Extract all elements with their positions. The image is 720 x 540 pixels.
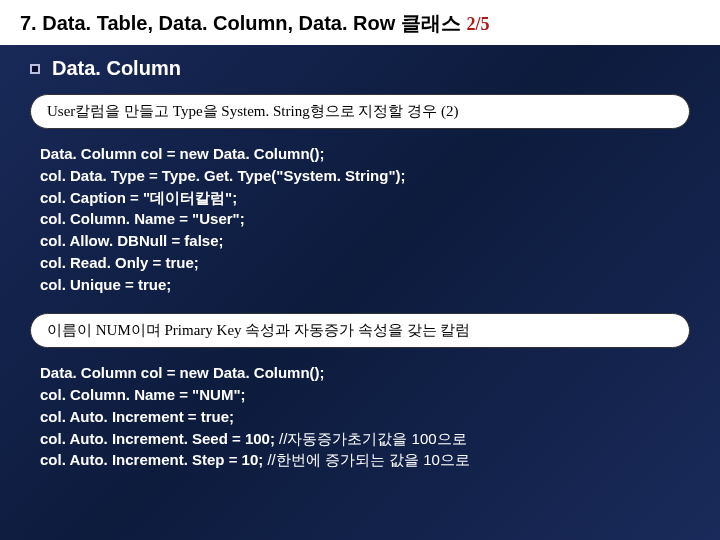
code-block-1: Data. Column col = new Data. Column(); c… bbox=[0, 139, 720, 309]
code-line: col. Data. Type = Type. Get. Type("Syste… bbox=[40, 165, 720, 187]
code-line: col. Allow. DBNull = false; bbox=[40, 230, 720, 252]
slide-header: 7. Data. Table, Data. Column, Data. Row … bbox=[0, 0, 720, 45]
code-line: col. Read. Only = true; bbox=[40, 252, 720, 274]
subtitle-row: Data. Column bbox=[0, 45, 720, 90]
code-line: col. Auto. Increment = true; bbox=[40, 406, 720, 428]
bullet-icon bbox=[30, 64, 40, 74]
description-box-1: User칼럼을 만들고 Type을 System. String형으로 지정할 … bbox=[30, 94, 690, 129]
code-text: col. Auto. Increment. Step = 10; bbox=[40, 451, 267, 468]
description-text-2: 이름이 NUM이며 Primary Key 속성과 자동증가 속성을 갖는 칼럼 bbox=[47, 322, 470, 338]
code-line: Data. Column col = new Data. Column(); bbox=[40, 362, 720, 384]
description-text-1: User칼럼을 만들고 Type을 System. String형으로 지정할 … bbox=[47, 103, 458, 119]
code-text: col. Auto. Increment. Seed = 100; bbox=[40, 430, 279, 447]
code-line: col. Auto. Increment. Seed = 100; //자동증가… bbox=[40, 428, 720, 450]
code-line: col. Column. Name = "NUM"; bbox=[40, 384, 720, 406]
code-line: col. Unique = true; bbox=[40, 274, 720, 296]
code-line: col. Column. Name = "User"; bbox=[40, 208, 720, 230]
code-comment: //자동증가초기값을 100으로 bbox=[279, 430, 467, 447]
code-line: col. Caption = "데이터칼럼"; bbox=[40, 187, 720, 209]
code-line: col. Auto. Increment. Step = 10; //한번에 증… bbox=[40, 449, 720, 471]
title-text: 7. Data. Table, Data. Column, Data. Row … bbox=[20, 12, 466, 34]
page-indicator: 2/5 bbox=[466, 14, 489, 34]
code-comment: //한번에 증가되는 값을 10으로 bbox=[267, 451, 470, 468]
code-block-2: Data. Column col = new Data. Column(); c… bbox=[0, 358, 720, 485]
subtitle-text: Data. Column bbox=[52, 57, 181, 80]
description-box-2: 이름이 NUM이며 Primary Key 속성과 자동증가 속성을 갖는 칼럼 bbox=[30, 313, 690, 348]
code-line: Data. Column col = new Data. Column(); bbox=[40, 143, 720, 165]
page-title: 7. Data. Table, Data. Column, Data. Row … bbox=[20, 10, 700, 37]
